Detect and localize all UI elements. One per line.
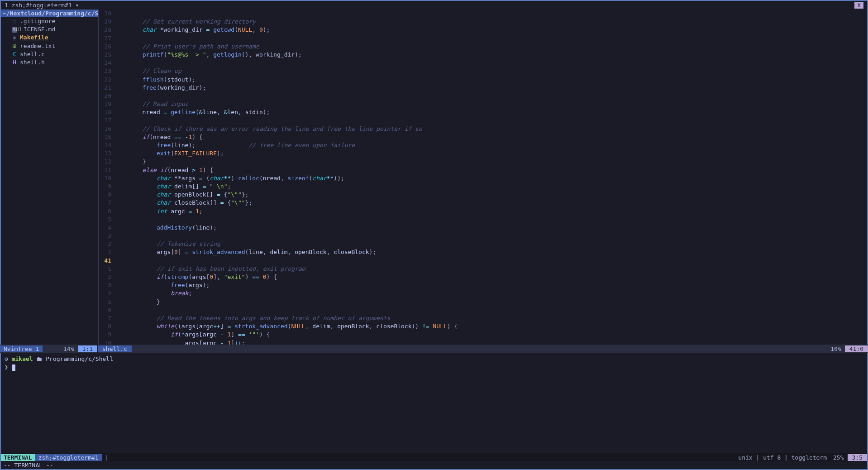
code-line[interactable] [114, 232, 867, 240]
code-line[interactable]: args[argc - 1]++; [114, 339, 867, 345]
line-number: 21 [100, 84, 111, 92]
code-area[interactable]: 3029282726252423222120191817161514131211… [99, 10, 867, 345]
code-line[interactable]: else if(nread > 1) { [114, 166, 867, 174]
code-line[interactable]: char closeBlock[] = {"\""}; [114, 199, 867, 207]
file-icon: MIT [12, 27, 17, 33]
terminal-pane[interactable]: ⚙ mikael 🖿 Programming/c/Shell ❯ [0, 353, 868, 453]
bottom-tabbar: TERMINAL zsh;#toggleterm#1 | - unix | ut… [0, 453, 868, 461]
code-line[interactable]: char *working_dir = getcwd(NULL, 0); [114, 26, 867, 34]
line-number: 10 [100, 339, 111, 345]
line-number: 1 [100, 265, 111, 273]
line-number: 6 [100, 306, 111, 314]
code-line[interactable] [114, 216, 867, 224]
code-line[interactable] [114, 34, 867, 43]
line-number: 12 [100, 158, 111, 166]
line-number: 41 [100, 257, 111, 265]
code-line[interactable] [114, 10, 867, 18]
code-line[interactable]: free(working_dir); [114, 84, 867, 92]
code-line[interactable]: args[0] = strtok_advanced(line, delim, o… [114, 248, 867, 256]
file-tree-item-label: Makefile [20, 34, 48, 42]
line-number: 5 [100, 216, 111, 224]
line-number: 22 [100, 76, 111, 84]
code-line[interactable] [114, 59, 867, 67]
line-number: 4 [100, 289, 111, 297]
line-number: 2 [100, 240, 111, 248]
sidebar-status-percent: 14% [60, 345, 77, 352]
line-number: 5 [100, 298, 111, 306]
code-line[interactable]: } [114, 298, 867, 306]
code-line[interactable]: if(*args[argc - 1] == '"') { [114, 331, 867, 339]
code-line[interactable]: // Tokenize string [114, 240, 867, 248]
file-icon: H [12, 58, 17, 67]
file-tree-item-label: shell.h [20, 58, 45, 67]
editor-status-filename: shell.c [98, 345, 132, 352]
file-tree-item[interactable]: ◌.gitignore [1, 17, 98, 25]
line-number: 11 [100, 166, 111, 174]
file-tree-item[interactable]: 🗎readme.txt [1, 42, 98, 50]
code-line[interactable]: // Read the tokens into args and keep tr… [114, 314, 867, 322]
file-tree-item[interactable]: MITLICENSE.md [1, 25, 98, 34]
code-line[interactable]: if(strcmp(args[0], "exit") == 0) { [114, 273, 867, 281]
line-number: 8 [100, 322, 111, 331]
folder-icon: 🖿 [36, 355, 42, 362]
code-line[interactable] [114, 257, 867, 265]
code-line[interactable]: fflush(stdout); [114, 76, 867, 84]
code-line[interactable]: nread = getline(&line, &len, stdin); [114, 108, 867, 116]
line-number: 10 [100, 174, 111, 182]
terminal-path: Programming/c/Shell [46, 355, 113, 362]
separator: | [102, 454, 111, 461]
editor-pane[interactable]: 3029282726252423222120191817161514131211… [99, 10, 867, 345]
code-line[interactable]: // Read input [114, 100, 867, 108]
code-line[interactable]: // Print user's path and username [114, 43, 867, 51]
file-icon: C [12, 50, 17, 58]
file-icon: 🗎 [12, 42, 17, 50]
line-number: 1 [100, 248, 111, 256]
file-tree-sidebar[interactable]: ~/Nextcloud/Programming/c/Sh ◌.gitignore… [1, 10, 99, 345]
code-line[interactable]: // Check if there was an error reading t… [114, 125, 867, 133]
line-number: 27 [100, 34, 111, 43]
code-line[interactable]: exit(EXIT_FAILURE); [114, 149, 867, 158]
file-tree-item[interactable]: Hshell.h [1, 58, 98, 67]
file-tree-item[interactable]: Cshell.c [1, 50, 98, 58]
code-line[interactable]: } [114, 158, 867, 166]
code-line[interactable]: addHistory(line); [114, 224, 867, 232]
line-number: 6 [100, 207, 111, 216]
gear-icon: ⚙ [5, 355, 8, 362]
file-tree-item-label: LICENSE.md [20, 25, 55, 34]
code-line[interactable]: free(args); [114, 281, 867, 289]
line-number: 16 [100, 125, 111, 133]
code-line[interactable]: char **args = (char**) calloc(nread, siz… [114, 174, 867, 182]
code-line[interactable]: int argc = 1; [114, 207, 867, 216]
code-line[interactable]: free(line); // free line even upon failu… [114, 141, 867, 149]
line-number: 18 [100, 108, 111, 116]
code-line[interactable]: // if exit has been inputted, exit progr… [114, 265, 867, 273]
code-line[interactable]: // Clean up [114, 67, 867, 75]
line-number: 17 [100, 116, 111, 125]
editor-statusbar: shell.c 10% 41:0 [98, 345, 868, 353]
terminal-input-line[interactable]: ❯ [5, 363, 863, 371]
line-number: 14 [100, 141, 111, 149]
code-line[interactable] [114, 116, 867, 125]
code-content[interactable]: // Get current working directory char *w… [114, 10, 867, 345]
close-button[interactable]: X [854, 2, 863, 9]
code-line[interactable] [114, 306, 867, 314]
code-line[interactable] [114, 92, 867, 100]
code-line[interactable]: // Get current working directory [114, 18, 867, 26]
file-tree-item-label: shell.c [20, 50, 45, 58]
code-line[interactable]: while((args[argc++] = strtok_advanced(NU… [114, 322, 867, 331]
code-line[interactable]: char openBlock[] = {"\""}; [114, 191, 867, 199]
code-line[interactable]: break; [114, 289, 867, 297]
code-line[interactable]: printf("%s@%s -> ", getlogin(), working_… [114, 51, 867, 59]
code-line[interactable]: char delim[] = " \n"; [114, 182, 867, 191]
sidebar-status-name: NvimTree_1 [0, 345, 43, 352]
terminal-cursor [12, 364, 15, 371]
line-number: 19 [100, 100, 111, 108]
line-number: 24 [100, 59, 111, 67]
terminal-tab-label[interactable]: zsh;#toggleterm#1 [35, 454, 102, 461]
line-number: 20 [100, 92, 111, 100]
file-tree-item[interactable]: ◆Makefile [1, 34, 98, 42]
line-number: 7 [100, 199, 111, 207]
file-meta: unix | utf-8 | toggleterm [735, 454, 830, 461]
code-line[interactable]: if(nread == -1) { [114, 133, 867, 141]
line-number: 23 [100, 67, 111, 75]
